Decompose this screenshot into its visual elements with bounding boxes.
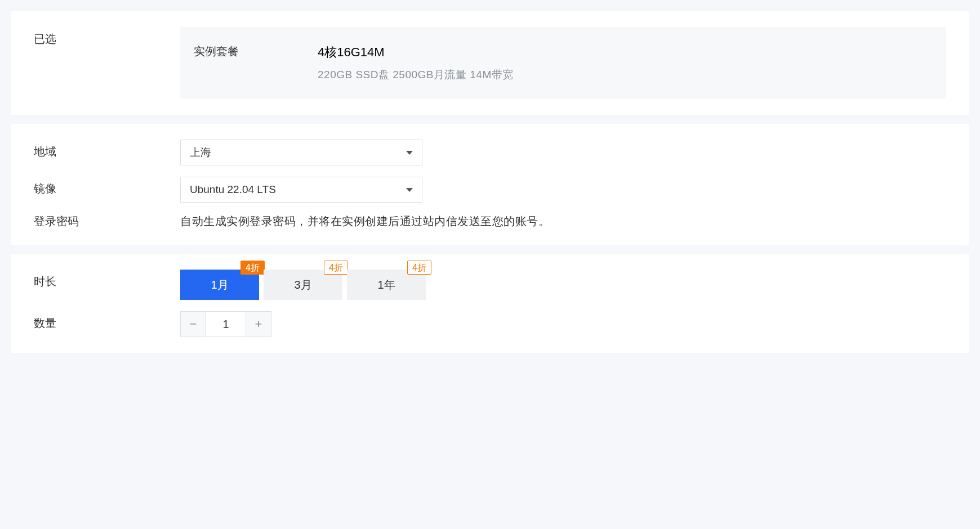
discount-badge: 4折 (240, 261, 265, 275)
selected-panel: 已选 实例套餐 4核16G14M 220GB SSD盘 2500GB月流量 14… (11, 11, 969, 115)
package-value: 4核16G14M (318, 44, 933, 61)
image-label: 镜像 (34, 177, 180, 196)
duration-option-3month[interactable]: 4折 3月 (264, 270, 342, 300)
region-select[interactable]: 上海 (180, 140, 422, 165)
chevron-down-icon (406, 188, 413, 192)
image-select[interactable]: Ubuntu 22.04 LTS (180, 177, 422, 203)
discount-badge: 4折 (324, 261, 348, 275)
chevron-down-icon (406, 151, 413, 155)
summary-box: 实例套餐 4核16G14M 220GB SSD盘 2500GB月流量 14M带宽 (180, 27, 946, 99)
quantity-decrement-button[interactable]: − (180, 311, 206, 337)
purchase-panel: 时长 4折 1月 4折 3月 4折 1年 数量 − (11, 254, 969, 353)
quantity-increment-button[interactable]: + (246, 311, 271, 337)
quantity-value: 1 (206, 311, 246, 337)
discount-badge: 4折 (407, 261, 431, 275)
quantity-label: 数量 (34, 311, 180, 331)
duration-group: 4折 1月 4折 3月 4折 1年 (180, 270, 946, 300)
password-text: 自动生成实例登录密码，并将在实例创建后通过站内信发送至您的账号。 (180, 214, 946, 229)
region-label: 地域 (34, 140, 180, 159)
duration-option-label: 1月 (211, 277, 228, 293)
package-detail: 220GB SSD盘 2500GB月流量 14M带宽 (318, 68, 933, 82)
duration-option-1year[interactable]: 4折 1年 (347, 270, 426, 300)
region-select-value: 上海 (190, 145, 211, 160)
duration-label: 时长 (34, 270, 180, 289)
duration-option-1month[interactable]: 4折 1月 (180, 270, 259, 300)
image-select-value: Ubuntu 22.04 LTS (190, 183, 276, 196)
selected-label: 已选 (34, 27, 180, 47)
package-label: 实例套餐 (194, 44, 318, 59)
duration-option-label: 1年 (377, 277, 395, 293)
duration-option-label: 3月 (294, 277, 311, 293)
password-label: 登录密码 (34, 214, 180, 229)
config-panel: 地域 上海 镜像 Ubuntu 22.04 LTS 登录密码 自动生成实例登录密… (11, 124, 969, 245)
quantity-stepper: − 1 + (180, 311, 946, 337)
